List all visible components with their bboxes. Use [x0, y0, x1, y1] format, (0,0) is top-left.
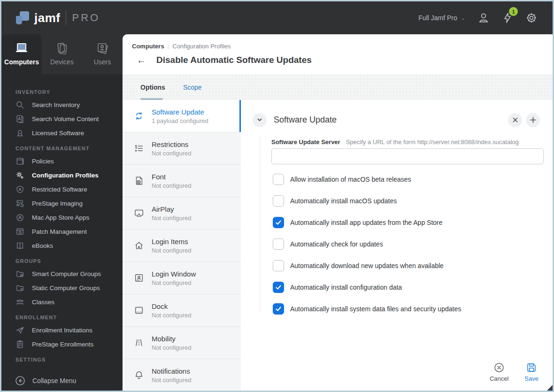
tab-label: Devices — [50, 58, 74, 66]
checkbox-install-app-updates[interactable]: Automatically install app updates from t… — [273, 217, 461, 228]
breadcrumb-page[interactable]: Configuration Profiles — [172, 43, 231, 50]
sidebar-item-licensed-software[interactable]: Licensed Software — [1, 126, 123, 140]
payload-item-mobility[interactable]: MobilityNot configured — [123, 327, 241, 359]
software-update-server-input[interactable] — [271, 148, 544, 164]
sidebar-item-label: Classes — [32, 299, 54, 306]
refresh-icon — [134, 111, 144, 121]
sidebar-item-static-computer-groups[interactable]: Static Computer Groups — [1, 281, 123, 295]
sidebar-item-policies[interactable]: Policies — [1, 154, 123, 168]
restrictions-icon — [134, 143, 144, 154]
sidebar-item-patch-management[interactable]: Patch Management — [1, 224, 123, 238]
tab-users[interactable]: Users — [82, 34, 123, 74]
sidebar-item-prestage-imaging[interactable]: PreStage Imaging — [1, 196, 123, 210]
payload-item-airplay[interactable]: AirPlayNot configured — [123, 197, 241, 230]
section-indent-line — [260, 135, 260, 311]
account-button[interactable] — [477, 12, 490, 24]
licensed-software-icon — [15, 129, 24, 138]
sidebar-item-label: Licensed Software — [32, 130, 84, 137]
checkbox-icon[interactable] — [273, 282, 284, 293]
main-panel: Computers : Configuration Profiles ← Dis… — [123, 34, 553, 391]
payload-status: Not configured — [152, 344, 192, 351]
tab-devices[interactable]: Devices — [42, 34, 82, 74]
sidebar-item-classes[interactable]: Classes — [1, 295, 123, 309]
sidebar-item-search-volume-content[interactable]: Search Volume Content — [1, 112, 123, 126]
sidebar-item-label: Restricted Software — [32, 186, 87, 193]
sidebar-item-enrollment-invitations[interactable]: Enrollment Invitations — [1, 323, 123, 337]
sidebar-item-label: eBooks — [32, 242, 53, 249]
payload-name: Font — [152, 173, 192, 181]
checkbox-icon[interactable] — [273, 303, 284, 315]
plus-icon — [530, 117, 536, 123]
payload-name: Login Items — [152, 238, 192, 246]
save-button[interactable]: Save — [524, 362, 539, 382]
payload-status: Not configured — [152, 312, 192, 319]
sidebar-item-label: Search Inventory — [32, 101, 80, 108]
sidebar-item-restricted-software[interactable]: Restricted Software — [1, 182, 123, 196]
payload-name: Login Window — [152, 270, 196, 278]
environment-dropdown[interactable]: Full Jamf Pro ⌄ — [418, 14, 465, 22]
checkbox-install-system-data-files[interactable]: Automatically install system data files … — [273, 303, 461, 315]
checkbox-label: Automatically install macOS updates — [290, 197, 397, 205]
save-floppy-icon — [526, 362, 537, 373]
back-arrow-icon[interactable]: ← — [137, 55, 146, 65]
section-header-groups: GROUPS — [1, 253, 123, 267]
mobility-icon — [134, 338, 144, 348]
laptop-icon — [14, 43, 29, 55]
breadcrumb-section[interactable]: Computers — [132, 43, 164, 50]
payload-item-notifications[interactable]: NotificationsNot configured — [123, 359, 241, 391]
payload-item-login-items[interactable]: Login ItemsNot configured — [123, 230, 241, 262]
checkbox-icon[interactable] — [273, 238, 284, 250]
checkbox-label: Automatically download new updates when … — [290, 262, 444, 269]
notifications-button[interactable]: 1 — [502, 12, 513, 24]
sidebar-item-prestage-enrollments[interactable]: PreStage Enrollments — [1, 337, 123, 351]
sidebar-item-search-inventory[interactable]: Search Inventory — [1, 98, 123, 112]
checkbox-icon[interactable] — [273, 260, 284, 271]
brand-divider — [66, 11, 66, 25]
sidebar-item-smart-computer-groups[interactable]: Smart Computer Groups — [1, 267, 123, 281]
brand-suffix: PRO — [72, 12, 100, 24]
sidebar-item-label: PreStage Enrollments — [32, 341, 93, 348]
add-payload-button[interactable] — [526, 113, 539, 126]
brand-name: jamf — [34, 11, 60, 25]
search-icon — [15, 100, 24, 109]
settings-button[interactable] — [525, 12, 538, 24]
sidebar-item-ebooks[interactable]: eBooks — [1, 238, 123, 253]
app-window: jamf PRO Full Jamf Pro ⌄ 1 — [0, 0, 554, 392]
tab-scope[interactable]: Scope — [183, 84, 202, 91]
section-header-enrollment: ENROLLMENT — [1, 309, 123, 323]
checkbox-icon[interactable] — [273, 174, 284, 185]
payload-list: Software Update1 payload configured Rest… — [123, 100, 241, 391]
checkbox-label: Automatically install configuration data — [290, 284, 402, 291]
payload-item-login-window[interactable]: Login WindowNot configured — [123, 262, 241, 294]
resize-grip[interactable] — [547, 385, 553, 391]
checkbox-icon[interactable] — [273, 217, 284, 228]
remove-payload-button[interactable] — [508, 113, 522, 126]
cancel-button[interactable]: Cancel — [490, 362, 508, 382]
checkbox-install-macos-updates[interactable]: Automatically install macOS updates — [273, 195, 461, 207]
checkbox-check-for-updates[interactable]: Automatically check for updates — [273, 238, 461, 250]
checkbox-label: Automatically install system data files … — [290, 305, 461, 313]
sidebar-item-configuration-profiles[interactable]: Configuration Profiles — [1, 168, 123, 182]
payload-status: Not configured — [152, 279, 196, 286]
checkbox-beta-releases[interactable]: Allow installation of macOS beta release… — [273, 174, 461, 185]
mobile-devices-icon — [55, 43, 69, 55]
payload-item-font[interactable]: FontNot configured — [123, 165, 241, 197]
checkbox-download-new-updates[interactable]: Automatically download new updates when … — [273, 260, 461, 271]
collapse-menu-button[interactable]: Collapse Menu — [1, 371, 123, 391]
payload-item-dock[interactable]: DockNot configured — [123, 294, 241, 327]
sidebar-item-mac-app-store-apps[interactable]: Mac App Store Apps — [1, 210, 123, 224]
payload-item-software-update[interactable]: Software Update1 payload configured — [123, 100, 241, 132]
collapse-payload-button[interactable] — [253, 113, 266, 126]
checkbox-install-configuration-data[interactable]: Automatically install configuration data — [273, 282, 461, 293]
configuration-profiles-icon — [15, 171, 24, 180]
payload-item-restrictions[interactable]: RestrictionsNot configured — [123, 132, 241, 165]
ebooks-icon — [15, 241, 24, 250]
login-window-icon — [134, 273, 144, 283]
user-icon — [477, 12, 490, 24]
payload-status: Not configured — [152, 247, 192, 254]
tab-computers[interactable]: Computers — [1, 34, 42, 74]
checkbox-icon[interactable] — [273, 195, 284, 207]
tab-options[interactable]: Options — [140, 84, 165, 91]
top-bar: jamf PRO Full Jamf Pro ⌄ 1 — [1, 1, 553, 34]
sidebar-item-label: PreStage Imaging — [32, 200, 83, 207]
